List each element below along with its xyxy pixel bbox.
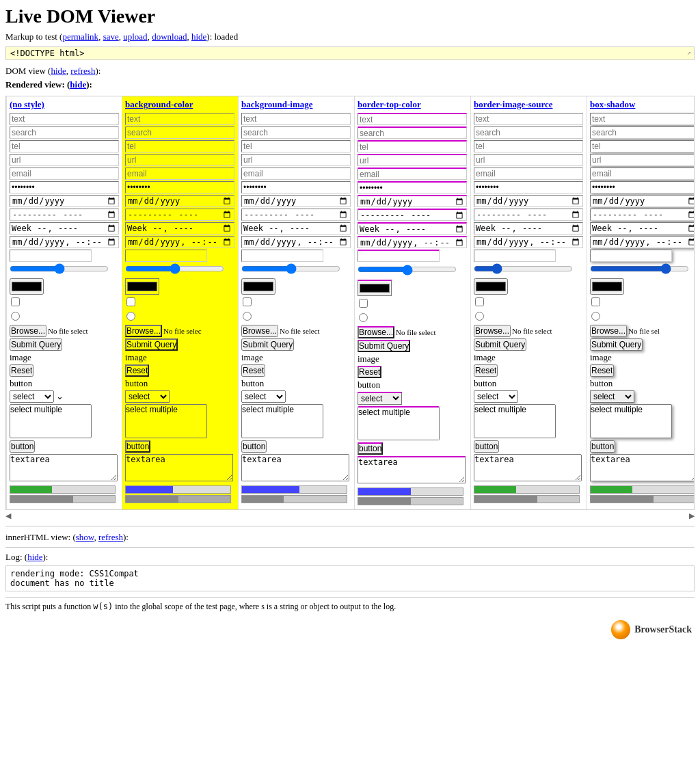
outer-button-6[interactable]: button [590, 440, 615, 453]
input-radio-4[interactable] [359, 313, 368, 322]
input-search-3[interactable] [241, 126, 351, 139]
innerhtml-refresh-link[interactable]: refresh [98, 532, 123, 542]
select-multiple-4[interactable]: select multiple [358, 406, 440, 440]
submit-btn-1[interactable] [10, 338, 62, 351]
input-color-1[interactable] [10, 278, 44, 295]
input-date-5[interactable] [474, 195, 583, 207]
input-tel-6[interactable] [590, 140, 694, 152]
input-month-4[interactable] [358, 209, 467, 221]
input-number-4[interactable] [358, 250, 440, 262]
input-color-5[interactable] [474, 278, 508, 295]
input-radio-2[interactable] [126, 312, 135, 321]
input-color-6[interactable] [590, 278, 624, 295]
dom-refresh-link[interactable]: refresh [70, 66, 95, 76]
textarea-1[interactable]: textarea [10, 454, 118, 481]
input-text-4[interactable] [358, 113, 467, 125]
reset-btn-4[interactable] [358, 366, 381, 378]
select-3[interactable]: select [241, 390, 286, 403]
input-checkbox-2[interactable] [126, 297, 135, 306]
submit-btn-6[interactable] [590, 338, 643, 351]
outer-button-3[interactable]: button [241, 440, 267, 453]
select-multiple-6[interactable]: select multiple [590, 404, 672, 438]
input-email-6[interactable] [590, 168, 694, 180]
input-password-6[interactable] [590, 181, 694, 194]
reset-btn-3[interactable] [241, 364, 265, 377]
input-radio-6[interactable] [591, 312, 600, 321]
innerhtml-show-link[interactable]: show [76, 532, 94, 542]
input-number-5[interactable] [474, 250, 556, 262]
input-week-5[interactable] [474, 222, 583, 235]
input-week-6[interactable] [590, 222, 694, 235]
submit-btn-5[interactable] [474, 338, 526, 351]
browse-btn-6[interactable]: Browse... [590, 325, 627, 337]
select-6[interactable]: select [590, 390, 634, 403]
input-password-2[interactable] [125, 181, 234, 194]
input-date-3[interactable] [241, 195, 351, 207]
submit-btn-4[interactable] [358, 340, 410, 352]
input-color-3[interactable] [241, 278, 275, 295]
select-multiple-2[interactable]: select multiple [125, 404, 207, 438]
input-email-1[interactable] [10, 168, 119, 180]
input-date-1[interactable] [10, 195, 119, 207]
input-week-4[interactable] [358, 222, 467, 235]
input-datetime-3[interactable] [241, 236, 351, 248]
input-number-1[interactable] [10, 250, 92, 262]
input-date-4[interactable] [358, 195, 467, 207]
input-range-2[interactable] [125, 263, 224, 274]
textarea-2[interactable]: textarea [125, 454, 233, 481]
select-4[interactable]: select [358, 392, 402, 405]
reset-btn-5[interactable] [474, 364, 498, 377]
input-checkbox-1[interactable] [11, 297, 20, 306]
input-month-6[interactable] [590, 209, 694, 221]
input-password-4[interactable] [358, 181, 467, 194]
input-text-3[interactable] [241, 113, 351, 125]
input-datetime-6[interactable] [590, 236, 694, 248]
input-month-3[interactable] [241, 209, 351, 221]
input-range-6[interactable] [590, 263, 689, 274]
input-search-1[interactable] [10, 126, 119, 139]
textarea-6[interactable]: textarea [590, 454, 694, 481]
input-number-3[interactable] [241, 250, 323, 262]
input-color-2[interactable] [125, 278, 159, 295]
save-link[interactable]: save [103, 31, 119, 42]
input-range-3[interactable] [241, 263, 340, 274]
input-url-4[interactable] [358, 154, 467, 166]
input-tel-4[interactable] [358, 140, 467, 152]
input-url-1[interactable] [10, 154, 119, 166]
input-text-5[interactable] [474, 113, 583, 125]
download-link[interactable]: download [152, 31, 187, 42]
reset-btn-6[interactable] [590, 364, 614, 377]
input-text-1[interactable] [10, 113, 119, 125]
input-number-2[interactable] [125, 250, 207, 262]
input-search-2[interactable] [125, 126, 234, 139]
input-email-3[interactable] [241, 168, 351, 180]
input-week-3[interactable] [241, 222, 351, 235]
input-range-4[interactable] [358, 263, 457, 276]
input-month-1[interactable] [10, 209, 119, 221]
submit-btn-2[interactable] [125, 338, 178, 351]
input-number-6[interactable] [590, 250, 672, 262]
rendered-scroll-container[interactable]: (no style) Browse... No file select imag… [5, 96, 695, 510]
input-month-2[interactable] [125, 209, 234, 221]
input-url-6[interactable] [590, 154, 694, 166]
input-password-1[interactable] [10, 181, 119, 194]
select-5[interactable]: select [474, 390, 518, 403]
hide-markup-link[interactable]: hide [191, 31, 206, 42]
input-password-5[interactable] [474, 181, 583, 194]
input-checkbox-3[interactable] [243, 297, 252, 306]
textarea-5[interactable]: textarea [474, 454, 582, 481]
outer-button-5[interactable]: button [474, 440, 499, 453]
select-multiple-3[interactable]: select multiple [241, 404, 323, 438]
dom-hide-link[interactable]: hide [51, 66, 66, 76]
browse-btn-4[interactable]: Browse... [358, 326, 394, 338]
input-datetime-4[interactable] [358, 236, 467, 248]
input-datetime-1[interactable] [10, 236, 119, 248]
select-multiple-5[interactable]: select multiple [474, 404, 556, 438]
select-2[interactable]: select [125, 390, 170, 403]
input-checkbox-5[interactable] [475, 297, 484, 306]
input-search-5[interactable] [474, 126, 583, 139]
outer-button-2[interactable]: button [125, 440, 150, 453]
input-tel-1[interactable] [10, 140, 119, 152]
reset-btn-2[interactable] [125, 364, 149, 377]
select-1[interactable]: select [10, 390, 54, 403]
